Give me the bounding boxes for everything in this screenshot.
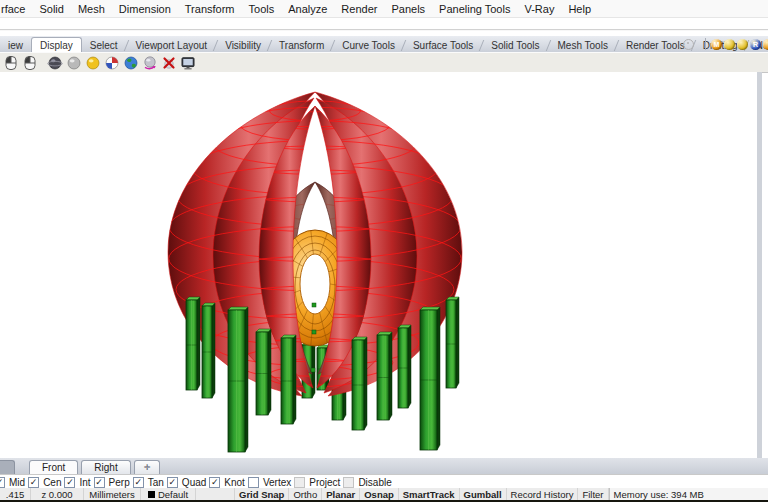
flower-model-svg[interactable] (0, 72, 757, 458)
command-area[interactable] (0, 18, 768, 36)
tab-solid-tools[interactable]: Solid Tools (483, 39, 547, 52)
osnap-label-perp: Perp (109, 477, 130, 488)
osnap-checkbox-int[interactable]: ✓ (94, 477, 105, 488)
menu-item-tools[interactable]: Tools (242, 3, 282, 15)
osnap-checkbox-tan[interactable]: ✓ (167, 477, 178, 488)
tab-viewport-layout[interactable]: Viewport Layout (128, 39, 216, 52)
status-pane-ortho[interactable]: Ortho (289, 488, 322, 500)
new-viewport-tab-icon[interactable]: ✛ (134, 460, 161, 474)
tab-mesh-tools[interactable]: Mesh Tools (550, 39, 616, 52)
menu-item-mesh[interactable]: Mesh (71, 3, 112, 15)
status-cell-millimeters: Millimeters (84, 488, 141, 500)
monitor-icon[interactable] (179, 54, 197, 71)
status-pane-gumball[interactable]: Gumball (460, 488, 507, 500)
osnap-label-disable: Disable (358, 477, 391, 488)
tab-select[interactable]: Select (82, 39, 126, 52)
tab-visibility[interactable]: Visibility (217, 39, 269, 52)
vray-bucket-icon[interactable] (737, 39, 748, 50)
viewport-tab-front[interactable]: Front (29, 460, 78, 474)
menu-bar: rfaceSolidMeshDimensionTransformToolsAna… (0, 0, 768, 18)
osnap-label-knot: Knot (224, 477, 245, 488)
status-bar: .415z 0.000MillimetersDefaultGrid SnapOr… (0, 488, 768, 500)
menu-item-dimension[interactable]: Dimension (112, 3, 178, 15)
red-x-icon[interactable] (160, 54, 178, 71)
options-icon[interactable] (683, 39, 694, 50)
menu-item-v-ray[interactable]: V-Ray (517, 3, 561, 15)
status-pane-osnap[interactable]: Osnap (360, 488, 399, 500)
command-divider (0, 29, 768, 31)
vray-render-icon[interactable]: R (750, 39, 761, 50)
menu-item-rface[interactable]: rface (0, 3, 32, 15)
vray-clipped-icon[interactable] (763, 39, 768, 50)
menu-item-transform[interactable]: Transform (178, 3, 242, 15)
rotate-sphere-icon[interactable] (141, 54, 159, 71)
toolbar-separator (705, 38, 706, 50)
osnap-label-quad: Quad (182, 477, 206, 488)
osnap-checkbox-mid[interactable]: ✓ (28, 477, 39, 488)
viewport-tab-partial[interactable] (0, 460, 15, 474)
display-toolbar (0, 52, 768, 73)
tab-iew[interactable]: iew (0, 39, 31, 52)
menu-item-render[interactable]: Render (334, 3, 384, 15)
viewport-tab-right[interactable]: Right (81, 460, 130, 474)
shaded-sphere-icon[interactable] (46, 54, 64, 71)
status-cell-default: Default (141, 488, 196, 500)
status-cell-z-0-000: z 0.000 (31, 488, 84, 500)
gray-sphere-icon[interactable] (65, 54, 83, 71)
status-pane-planar[interactable]: Planar (322, 488, 360, 500)
yellow-sphere-icon[interactable] (84, 54, 102, 71)
viewport-right-border[interactable] (757, 72, 762, 458)
osnap-label-int: Int (79, 477, 90, 488)
vray-sphere-icon[interactable] (724, 39, 735, 50)
viewport-tab-bar: FrontRight✛ (0, 458, 768, 474)
osnap-checkbox-perp[interactable]: ✓ (133, 477, 144, 488)
tab-display[interactable]: Display (31, 37, 82, 52)
osnap-checkbox-partial[interactable]: ✓ (0, 477, 5, 488)
status-pane-grid-snap[interactable]: Grid Snap (235, 488, 289, 500)
osnap-checkbox-vertex[interactable] (294, 477, 305, 488)
status-gap (196, 488, 235, 500)
status-pane-filter[interactable]: Filter (578, 488, 608, 500)
menu-item-panels[interactable]: Panels (384, 3, 432, 15)
osnap-label-cen: Cen (43, 477, 61, 488)
osnap-checkbox-cen[interactable]: ✓ (64, 477, 75, 488)
mouse-2-icon[interactable] (21, 54, 39, 71)
status-pane-smarttrack[interactable]: SmartTrack (399, 488, 460, 500)
status-pane-record-history[interactable]: Record History (507, 488, 579, 500)
mouse-icon[interactable] (2, 54, 20, 71)
osnap-label-vertex: Vertex (263, 477, 291, 488)
vray-material-editor-icon[interactable]: M (711, 39, 722, 50)
layer-color-swatch (148, 491, 155, 498)
menu-item-help[interactable]: Help (561, 3, 598, 15)
viewport-canvas[interactable] (0, 72, 757, 458)
osnap-checkbox-project[interactable] (343, 477, 354, 488)
toolbar-tab-bar: iewDisplaySelectViewport LayoutVisibilit… (0, 36, 768, 52)
tab-surface-tools[interactable]: Surface Tools (405, 39, 481, 52)
menu-item-paneling-tools[interactable]: Paneling Tools (432, 3, 517, 15)
memory-usage: Memory use: 394 MB (609, 488, 768, 500)
tab-render-tools[interactable]: Render Tools (618, 39, 693, 52)
vray-toolbar: MR (683, 36, 768, 52)
tab-curve-tools[interactable]: Curve Tools (334, 39, 403, 52)
osnap-label-mid: Mid (9, 477, 25, 488)
menu-item-analyze[interactable]: Analyze (281, 3, 334, 15)
tab-transform[interactable]: Transform (271, 39, 332, 52)
osnap-label-tan: Tan (148, 477, 164, 488)
menu-item-solid[interactable]: Solid (32, 3, 70, 15)
render-sphere-icon[interactable] (103, 54, 121, 71)
globe-icon[interactable] (122, 54, 140, 71)
rhino-window: rfaceSolidMeshDimensionTransformToolsAna… (0, 0, 768, 502)
osnap-label-project: Project (309, 477, 340, 488)
osnap-checkbox-quad[interactable]: ✓ (209, 477, 220, 488)
status-cell-415: .415 (0, 488, 31, 500)
osnap-checkbox-knot[interactable] (248, 477, 259, 488)
osnap-bar: ✓Mid✓Cen✓Int✓Perp✓Tan✓Quad✓KnotVertexPro… (0, 474, 768, 489)
